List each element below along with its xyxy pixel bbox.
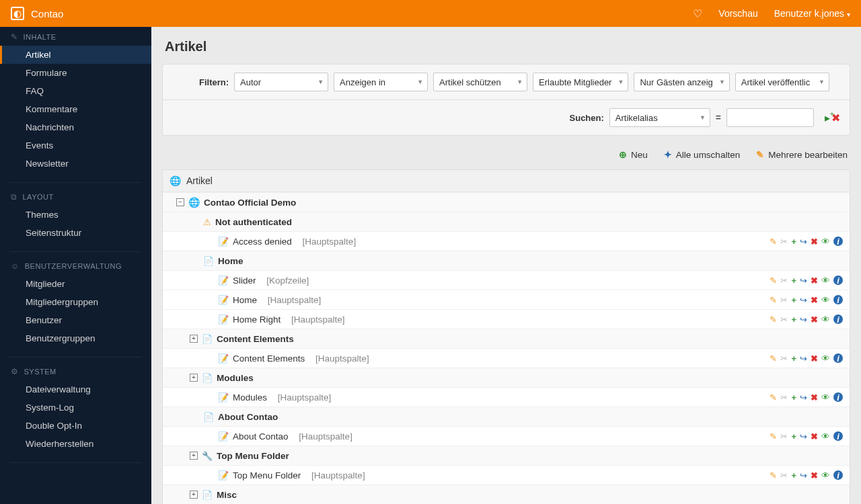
tree-site-row[interactable]: − 🌐 Contao Official Demo [163,192,850,212]
edit-icon[interactable]: ✎ [770,237,777,247]
edit-icon[interactable]: ✎ [770,392,777,403]
visibility-icon[interactable]: 👁 [821,314,830,325]
move-icon[interactable]: ↪ [800,276,807,286]
sidebar-heading[interactable]: ✎INHALTE [0,27,151,46]
info-icon[interactable]: i [833,314,843,324]
edit-icon[interactable]: ✎ [770,431,777,442]
tree-page-row[interactable]: ⚠Not authenticated [163,212,850,231]
visibility-icon[interactable]: 👁 [821,431,830,442]
settings-icon[interactable]: ✂ [780,353,788,364]
delete-icon[interactable]: ✖ [811,314,818,325]
expand-toggle[interactable]: + [190,335,198,343]
move-icon[interactable]: ↪ [800,237,807,247]
new-button[interactable]: ⊕Neu [619,149,648,160]
visibility-icon[interactable]: 👁 [821,392,830,403]
sidebar-item-newsletter[interactable]: Newsletter [0,155,151,173]
multi-edit-button[interactable]: ✎Mehrere bearbeiten [756,149,848,160]
tree-article-row[interactable]: 📝Modules [Hauptspalte]✎ ✂ + ↪ ✖ 👁 i [163,387,850,407]
edit-icon[interactable]: ✎ [770,295,777,305]
filter-select[interactable]: Artikel schützen [433,73,527,91]
sidebar-item-system-log[interactable]: System-Log [0,398,151,417]
tree-article-row[interactable]: 📝Content Elements [Hauptspalte]✎ ✂ + ↪ ✖… [163,348,850,368]
settings-icon[interactable]: ✂ [780,314,788,325]
visibility-icon[interactable]: 👁 [821,276,830,286]
user-menu[interactable]: Benutzer k.jones▾ [774,8,850,19]
delete-icon[interactable]: ✖ [811,392,818,403]
sidebar-item-benutzergruppen[interactable]: Benutzergruppen [0,329,151,347]
sidebar-item-seitenstruktur[interactable]: Seitenstruktur [0,224,151,242]
sidebar-item-kommentare[interactable]: Kommentare [0,100,151,118]
info-icon[interactable]: i [833,392,843,402]
settings-icon[interactable]: ✂ [780,431,788,442]
settings-icon[interactable]: ✂ [780,295,788,305]
tree-article-row[interactable]: 📝Home Right [Hauptspalte]✎ ✂ + ↪ ✖ 👁 i [163,309,850,329]
sidebar-heading[interactable]: ⚙SYSTEM [0,362,151,380]
info-icon[interactable]: i [833,431,843,441]
visibility-icon[interactable]: 👁 [821,295,830,305]
filter-select[interactable]: Anzeigen in [334,73,428,91]
sidebar-item-wiederherstellen[interactable]: Wiederherstellen [0,435,151,453]
filter-select[interactable]: Erlaubte Mitglieder [533,73,628,91]
sidebar-item-artikel[interactable]: Artikel [0,46,151,64]
visibility-icon[interactable]: 👁 [821,237,830,247]
add-icon[interactable]: + [791,276,796,286]
delete-icon[interactable]: ✖ [811,431,818,442]
visibility-icon[interactable]: 👁 [821,353,830,364]
delete-icon[interactable]: ✖ [811,353,818,364]
tree-page-row[interactable]: +📄Content Elements [163,329,850,348]
tree-page-row[interactable]: 📄About Contao [163,407,850,426]
info-icon[interactable]: i [833,353,843,363]
tree-article-row[interactable]: 📝Top Menu Folder [Hauptspalte]✎ ✂ + ↪ ✖ … [163,465,850,485]
sidebar-item-mitgliedergruppen[interactable]: Mitgliedergruppen [0,293,151,311]
collapse-toggle[interactable]: − [176,198,184,206]
edit-icon[interactable]: ✎ [770,470,777,480]
add-icon[interactable]: + [791,431,796,442]
tree-page-row[interactable]: +🔧Top Menu Folder [163,446,850,465]
move-icon[interactable]: ↪ [800,392,807,403]
info-icon[interactable]: i [833,237,843,246]
sidebar-item-nachrichten[interactable]: Nachrichten [0,118,151,136]
move-icon[interactable]: ↪ [800,314,807,325]
filter-select[interactable]: Nur Gästen anzeig [634,73,729,91]
sidebar-item-themes[interactable]: Themes [0,206,151,224]
search-field-select[interactable]: Artikelalias [609,108,710,127]
sidebar-item-benutzer[interactable]: Benutzer [0,311,151,329]
info-icon[interactable]: i [833,295,843,304]
apply-filter-icon[interactable]: ▸+ [825,112,830,124]
move-icon[interactable]: ↪ [800,431,807,442]
delete-icon[interactable]: ✖ [811,276,818,286]
add-icon[interactable]: + [791,237,796,247]
edit-icon[interactable]: ✎ [770,276,777,286]
add-icon[interactable]: + [791,392,796,403]
expand-toggle[interactable]: + [190,374,198,382]
delete-icon[interactable]: ✖ [811,295,818,305]
tree-page-row[interactable]: +📄Misc [163,485,850,504]
sidebar-item-formulare[interactable]: Formulare [0,64,151,82]
expand-toggle[interactable]: + [190,491,198,499]
sidebar-item-dateiverwaltung[interactable]: Dateiverwaltung [0,380,151,398]
settings-icon[interactable]: ✂ [780,237,788,247]
add-icon[interactable]: + [791,353,796,364]
add-icon[interactable]: + [791,470,796,480]
info-icon[interactable]: i [833,470,843,480]
delete-icon[interactable]: ✖ [811,237,818,247]
settings-icon[interactable]: ✂ [780,470,788,480]
add-icon[interactable]: + [791,314,796,325]
toggle-all-button[interactable]: ✦Alle umschalten [664,149,740,160]
delete-icon[interactable]: ✖ [811,470,818,480]
search-input[interactable] [726,108,814,127]
tree-page-row[interactable]: +📄Modules [163,368,850,387]
settings-icon[interactable]: ✂ [780,392,788,403]
info-icon[interactable]: i [833,276,843,285]
sidebar-item-faq[interactable]: FAQ [0,82,151,100]
sidebar-heading[interactable]: ⧉LAYOUT [0,187,151,206]
tree-page-row[interactable]: 📄Home [163,251,850,270]
sidebar-item-events[interactable]: Events [0,136,151,155]
visibility-icon[interactable]: 👁 [821,470,830,480]
sidebar-heading[interactable]: ☺BENUTZERVERWALTUNG [0,256,151,275]
sidebar-item-double opt-in[interactable]: Double Opt-In [0,417,151,435]
filter-select[interactable]: Autor [234,73,328,91]
tree-article-row[interactable]: 📝Home [Hauptspalte]✎ ✂ + ↪ ✖ 👁 i [163,290,850,309]
expand-toggle[interactable]: + [190,452,198,460]
move-icon[interactable]: ↪ [800,295,807,305]
